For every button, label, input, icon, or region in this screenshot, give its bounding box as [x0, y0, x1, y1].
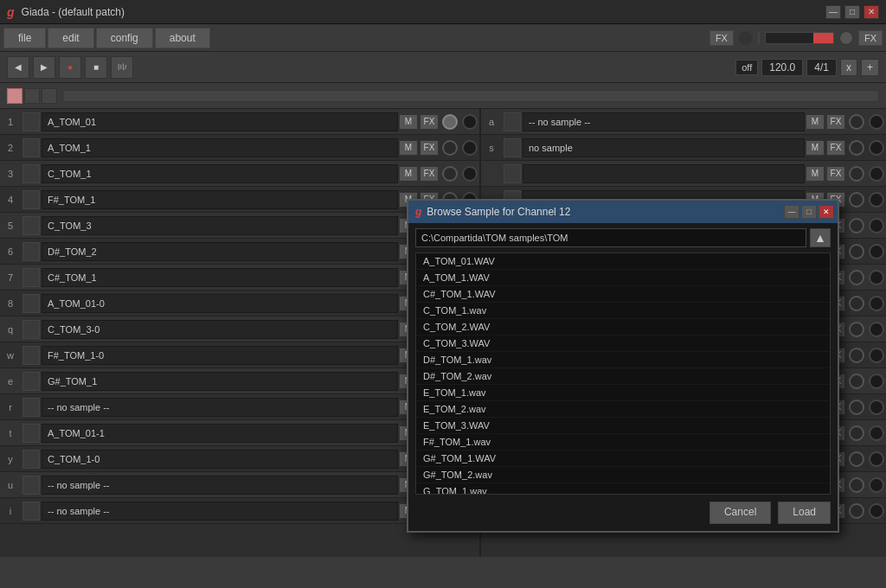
dialog-app-icon: g [415, 206, 421, 218]
browse-sample-dialog: g Browse Sample for Channel 12 — □ ✕ ▲ A… [407, 199, 839, 533]
dialog-title-bar: g Browse Sample for Channel 12 — □ ✕ [408, 201, 838, 223]
file-list-item[interactable]: E_TOM_1.wav [416, 385, 830, 401]
dialog-up-button[interactable]: ▲ [810, 228, 831, 247]
file-list-item[interactable]: C#_TOM_1.WAV [416, 286, 830, 303]
dialog-title: Browse Sample for Channel 12 [427, 206, 570, 218]
load-button[interactable]: Load [778, 502, 831, 524]
dialog-overlay: g Browse Sample for Channel 12 — □ ✕ ▲ A… [0, 0, 886, 588]
file-list-item[interactable]: D#_TOM_1.wav [416, 352, 830, 368]
file-list-item[interactable]: C_TOM_2.WAV [416, 319, 830, 336]
file-list-item[interactable]: A_TOM_1.WAV [416, 270, 830, 286]
dialog-minimize-button[interactable]: — [784, 205, 799, 219]
dialog-close-button[interactable]: ✕ [819, 205, 834, 219]
dialog-controls: — □ ✕ [784, 205, 834, 219]
file-list-item[interactable]: G_TOM_1.wav [416, 483, 830, 495]
dialog-path-bar: ▲ [408, 223, 838, 252]
file-list-item[interactable]: G#_TOM_1.WAV [416, 451, 830, 467]
dialog-path-input[interactable] [415, 228, 806, 247]
cancel-button[interactable]: Cancel [709, 502, 771, 524]
dialog-maximize-button[interactable]: □ [801, 205, 817, 219]
file-list-item[interactable]: C_TOM_1.wav [416, 303, 830, 319]
file-list-item[interactable]: E_TOM_2.wav [416, 401, 830, 418]
file-list-item[interactable]: G#_TOM_2.wav [416, 467, 830, 483]
file-list-item[interactable]: E_TOM_3.WAV [416, 418, 830, 434]
dialog-file-list[interactable]: A_TOM_01.WAVA_TOM_1.WAVC#_TOM_1.WAVC_TOM… [415, 252, 831, 495]
file-list-item[interactable]: D#_TOM_2.wav [416, 368, 830, 385]
file-list-item[interactable]: F#_TOM_1.wav [416, 434, 830, 451]
file-list-item[interactable]: A_TOM_01.WAV [416, 253, 830, 270]
file-list-item[interactable]: C_TOM_3.WAV [416, 336, 830, 352]
dialog-buttons: Cancel Load [408, 495, 838, 531]
